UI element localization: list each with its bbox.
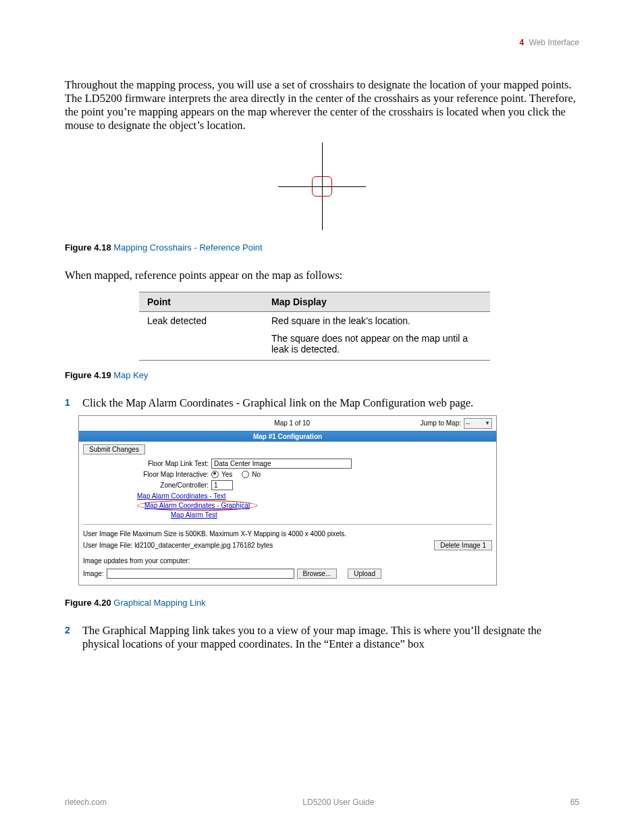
image-path-input[interactable] <box>107 569 294 579</box>
radio-yes-label: Yes <box>221 471 232 478</box>
col-display: Map Display <box>263 292 490 311</box>
col-point: Point <box>139 292 263 311</box>
floor-map-link-text-input[interactable] <box>211 459 352 469</box>
image-size-note: User Image File Maximum Size is 500KB. M… <box>83 530 492 538</box>
figure-4-18-graphic <box>65 142 579 230</box>
cell-display: Red square in the leak’s location. <box>263 311 490 330</box>
radio-yes[interactable] <box>211 471 219 478</box>
floor-map-link-text-label: Floor Map Link Text: <box>83 460 209 467</box>
paragraph-1: Throughout the mapping process, you will… <box>65 78 579 133</box>
image-updates-label: Image updates from your computer: <box>83 557 492 565</box>
delete-image-button[interactable]: Delete Image 1 <box>434 540 492 550</box>
figure-number: Figure 4.19 <box>65 370 111 380</box>
step-text: The Graphical Mapping link takes you to … <box>82 624 579 651</box>
map-page-indicator: Map 1 of 10 <box>274 419 310 427</box>
chevron-down-icon: ▼ <box>485 420 490 426</box>
footer-center: LD5200 User Guide <box>302 798 374 807</box>
step-text: Click the Map Alarm Coordinates - Graphi… <box>82 396 473 410</box>
image-label: Image: <box>83 570 104 577</box>
jump-to-map-select[interactable]: -- ▼ <box>464 418 492 429</box>
figure-title: Mapping Crosshairs - Reference Point <box>113 242 262 253</box>
footer-left: rletech.com <box>65 798 107 807</box>
figure-4-19-caption: Figure 4.19 Map Key <box>65 370 579 380</box>
browse-button[interactable]: Browse... <box>297 569 338 579</box>
cell-point: Leak detected <box>139 311 263 330</box>
cell-display-2: The square does not appear on the map un… <box>263 330 490 361</box>
highlight-oval: Map Alarm Coordinates - Graphical <box>137 500 257 511</box>
page-footer: rletech.com LD5200 User Guide 65 <box>65 798 579 807</box>
chapter-title: Web Interface <box>529 38 579 47</box>
map-alarm-coordinates-graphical-link[interactable]: Map Alarm Coordinates - Graphical <box>144 502 250 509</box>
radio-no-label: No <box>252 471 261 478</box>
configuration-title-bar: Map #1 Configuration <box>79 432 496 442</box>
step-1: 1 Click the Map Alarm Coordinates - Grap… <box>65 396 579 410</box>
user-image-file-text: User Image File: ld2100_datacenter_examp… <box>83 542 273 549</box>
page-chapter-header: 4 Web Interface <box>65 38 579 47</box>
figure-title: Map Key <box>113 370 148 380</box>
chapter-number: 4 <box>519 38 524 47</box>
figure-number: Figure 4.18 <box>65 242 111 253</box>
footer-page-number: 65 <box>570 798 579 807</box>
figure-4-20-caption: Figure 4.20 Graphical Mapping Link <box>65 598 579 608</box>
floor-map-interactive-label: Floor Map Interactive: <box>83 471 209 478</box>
map-alarm-coordinates-text-link[interactable]: Map Alarm Coordinates - Text <box>137 492 226 500</box>
figure-number: Figure 4.20 <box>65 598 111 608</box>
submit-changes-button[interactable]: Submit Changes <box>83 444 145 454</box>
upload-button[interactable]: Upload <box>348 569 381 579</box>
table-header-row: Point Map Display <box>139 292 490 311</box>
zone-controller-label: Zone/Controller: <box>83 481 209 489</box>
step-2: 2 The Graphical Mapping link takes you t… <box>65 624 579 651</box>
step-number: 1 <box>65 396 76 410</box>
map-key-table: Point Map Display Leak detected Red squa… <box>139 292 490 361</box>
table-row: Leak detected Red square in the leak’s l… <box>139 311 490 330</box>
radio-no[interactable] <box>242 471 249 478</box>
table-row: The square does not appear on the map un… <box>139 330 490 361</box>
paragraph-2: When mapped, reference points appear on … <box>65 269 579 282</box>
figure-4-18-caption: Figure 4.18 Mapping Crosshairs - Referen… <box>65 242 579 253</box>
crosshair-icon <box>278 142 366 230</box>
map-alarm-test-link[interactable]: Map Alarm Test <box>171 511 217 519</box>
step-number: 2 <box>65 624 76 651</box>
map-configuration-screenshot: Map 1 of 10 Jump to Map: -- ▼ Map #1 Con… <box>78 415 497 585</box>
zone-controller-input[interactable] <box>211 480 233 490</box>
figure-title: Graphical Mapping Link <box>113 598 206 608</box>
jump-to-map-label: Jump to Map: <box>420 419 461 427</box>
